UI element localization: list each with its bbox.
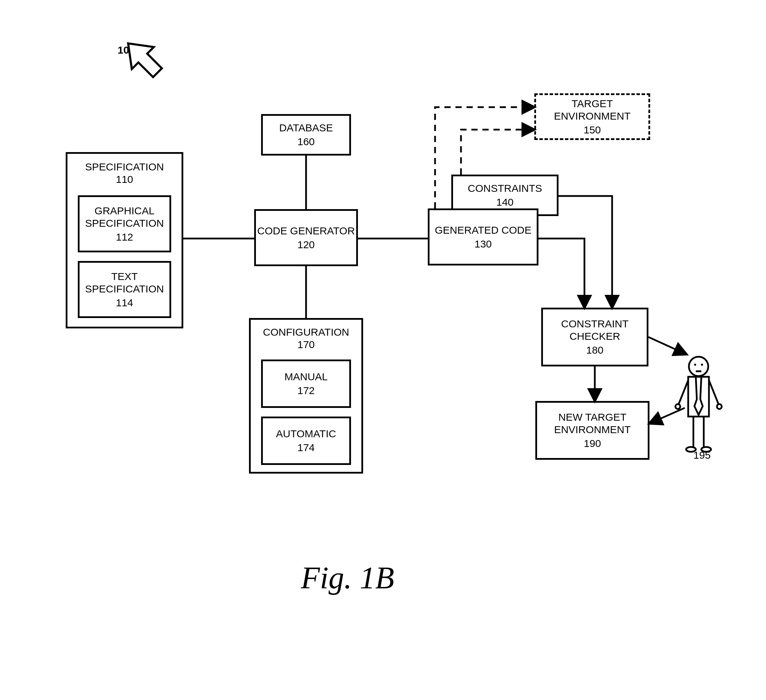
graphical-spec-box: GRAPHICAL SPECIFICATION 112: [78, 195, 171, 252]
code-generator-box: CODE GENERATOR 120: [254, 209, 358, 266]
constraints-num: 140: [496, 196, 514, 209]
figure-caption: Fig. 1B: [301, 560, 394, 596]
generated-code-box: GENERATED CODE 130: [428, 209, 538, 265]
database-title: DATABASE: [279, 122, 333, 134]
constraint-checker-title: CONSTRAINT CHECKER: [543, 318, 647, 343]
svg-line-10: [709, 380, 719, 405]
generated-code-num: 130: [475, 238, 492, 250]
configuration-box: CONFIGURATION 170 MANUAL 172 AUTOMATIC 1…: [249, 318, 363, 474]
code-generator-title: CODE GENERATOR: [257, 225, 355, 237]
pointer-label-105: 105: [117, 44, 135, 56]
text-spec-num: 114: [82, 297, 167, 309]
new-target-environment-title: NEW TARGET ENVIRONMENT: [537, 411, 648, 436]
svg-point-11: [676, 404, 680, 409]
constraint-checker-num: 180: [586, 344, 603, 356]
text-spec-title: TEXT SPECIFICATION: [82, 270, 167, 295]
new-target-environment-box: NEW TARGET ENVIRONMENT 190: [535, 401, 649, 460]
manual-num: 172: [266, 384, 347, 397]
specification-box: SPECIFICATION 110 GRAPHICAL SPECIFICATIO…: [66, 152, 183, 329]
automatic-num: 174: [266, 441, 347, 454]
automatic-title: AUTOMATIC: [266, 428, 347, 440]
svg-point-12: [717, 404, 722, 409]
automatic-box: AUTOMATIC 174: [261, 417, 351, 465]
configuration-num: 170: [298, 339, 315, 350]
target-environment-box: TARGET ENVIRONMENT 150: [534, 93, 650, 140]
specification-num: 110: [116, 174, 133, 185]
target-environment-title: TARGET ENVIRONMENT: [536, 98, 649, 122]
svg-point-5: [689, 357, 708, 376]
database-num: 160: [298, 136, 315, 148]
person-icon: [676, 357, 722, 452]
diagram-canvas: 105 SPECIFICATION 110 GRAPHICAL SPECIFIC…: [0, 0, 766, 700]
text-spec-box: TEXT SPECIFICATION 114: [78, 261, 171, 318]
svg-point-6: [694, 363, 696, 366]
manual-box: MANUAL 172: [261, 360, 351, 408]
new-target-environment-num: 190: [584, 437, 601, 450]
generated-code-title: GENERATED CODE: [435, 224, 531, 237]
svg-point-7: [701, 363, 703, 366]
manual-title: MANUAL: [266, 371, 347, 383]
graphical-spec-title: GRAPHICAL SPECIFICATION: [82, 205, 167, 229]
constraints-title: CONSTRAINTS: [468, 182, 542, 194]
constraint-checker-box: CONSTRAINT CHECKER 180: [541, 308, 649, 367]
pointer-arrow-icon: [117, 33, 168, 84]
specification-title: SPECIFICATION: [85, 161, 164, 172]
person-label-195: 195: [693, 449, 711, 461]
graphical-spec-num: 112: [82, 231, 167, 243]
code-generator-num: 120: [298, 239, 315, 251]
target-environment-num: 150: [583, 124, 601, 136]
svg-line-9: [679, 380, 688, 405]
database-box: DATABASE 160: [261, 114, 351, 156]
configuration-title: CONFIGURATION: [263, 326, 349, 338]
